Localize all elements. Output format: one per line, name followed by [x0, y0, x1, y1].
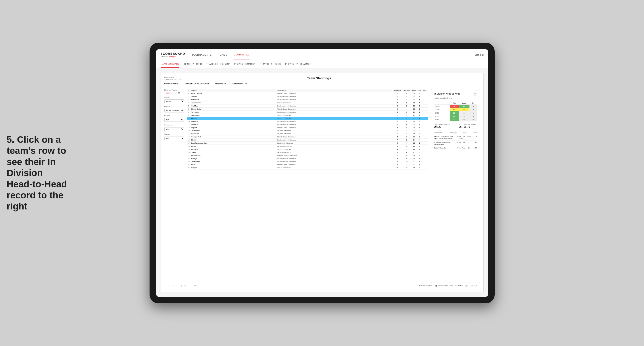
h2h-tie: 0 — [470, 105, 477, 108]
opponents-stat: Opponents in division: 99.1% — [434, 124, 450, 128]
save-icon: 💾 — [435, 285, 437, 287]
tournament-score: 17 — [472, 147, 477, 149]
school-cell: Arizona State — [190, 101, 276, 105]
table-row[interactable]: 7 Tennessee Southeastern Conference 4 6 … — [187, 111, 428, 114]
conf-rank-cell: 8 — [402, 126, 411, 129]
table-row[interactable]: 16 Florida Southeastern Conference 7 9 2… — [187, 139, 428, 142]
save-custom-btn[interactable]: 💾 Save Custom View — [435, 285, 452, 287]
redo-btn[interactable]: ↪ — [176, 284, 180, 287]
school-cell: East Tennessee State — [190, 142, 276, 145]
rank-cell: 12 — [187, 126, 190, 129]
table-row[interactable]: 8 Washington Pac-12 Conference 2 8 23 1 — [187, 114, 428, 117]
reg-rank-cell: 1 — [393, 132, 402, 136]
conf-cell: Southeastern Conference — [276, 105, 393, 108]
table-row[interactable]: 22 Georgia Southeastern Conference 8 7 2… — [187, 157, 428, 160]
sub-nav-team-h2h-heatmap[interactable]: TEAM H2H HEATMAP — [206, 61, 230, 68]
card-title: Team Standings — [180, 76, 458, 80]
watch-btn[interactable]: 👁 Watch — [455, 285, 462, 287]
tour-cell: 3 — [417, 120, 422, 123]
conference-select[interactable]: (All) — [164, 127, 184, 131]
table-row[interactable]: 20 Texas Big 12 Conference 3 7 20 0 — [187, 151, 428, 154]
h2h-row: 26-50 25 2 1 — [434, 111, 477, 115]
table-row[interactable]: 15 Georgia Tech Atlantic Coast Conferenc… — [187, 136, 428, 139]
region-select[interactable]: N/A — [164, 118, 184, 122]
win-cell — [422, 114, 428, 117]
school-cell: Illinois — [190, 145, 276, 148]
table-row[interactable]: 19 California Pac-12 Conference 4 8 24 2 — [187, 148, 428, 151]
table-row[interactable]: 9 Arizona Pac-12 Conference 5 8 30 1 — [187, 117, 428, 120]
sub-nav-player-summary[interactable]: PLAYER SUMMARY — [234, 61, 256, 68]
tour-cell: 1 — [417, 108, 422, 111]
conf-rank-cell: 9 — [402, 139, 411, 142]
sign-out-btn[interactable]: Sign out — [474, 53, 484, 56]
conf-rank-cell: 6 — [402, 101, 411, 105]
rank-cell: 8 — [187, 114, 190, 117]
watch-icon: 👁 — [455, 285, 457, 287]
min-rounds-filter: Minimum Rou... 4 20 — [164, 89, 184, 94]
tournament-score: -17 — [472, 141, 477, 143]
rank-cell: 21 — [187, 154, 190, 157]
gender-select[interactable]: Men's Women's — [164, 99, 184, 103]
tour-cell: 1 — [417, 142, 422, 145]
rnds-cell: 20 — [411, 160, 417, 163]
fit-btn[interactable]: ⊡ — [184, 284, 187, 287]
table-row[interactable]: 2 Auburn Southeastern Conference 1 9 27 … — [187, 95, 428, 98]
h2h-stats: Opponents in division: 99.1% W-L-T recor… — [434, 124, 477, 130]
undo-btn[interactable]: ↩ — [167, 284, 170, 287]
annotation-text: 5. Click on a team's row to see their In… — [7, 134, 68, 212]
nav-tournaments[interactable]: TOURNAMENTS — [192, 50, 212, 59]
table-row[interactable]: 14 Oklahoma Big 12 Conference 1 9 26 2 — [187, 132, 428, 136]
table-row[interactable]: 6 Florida State Atlantic Coast Conferenc… — [187, 108, 428, 111]
sub-nav: TEAM SUMMARY TEAM H2H GRID TEAM H2H HEAT… — [156, 60, 488, 68]
reg-rank-cell: 5 — [393, 166, 402, 170]
table-row[interactable]: 24 Duke Atlantic Coast Conference 5 9 27… — [187, 163, 428, 166]
table-row[interactable]: 21 New Mexico Mountain West Conference 1… — [187, 154, 428, 157]
comment-btn[interactable]: 💬 — [465, 285, 468, 287]
table-row[interactable]: 25 Oregon Pac-12 Conference 5 7 21 0 — [187, 166, 428, 170]
table-row[interactable]: 23 Texas A&M Southeastern Conference 9 1… — [187, 160, 428, 163]
rnds-cell: 27 — [411, 95, 417, 98]
reg-rank-cell: 7 — [393, 139, 402, 142]
school-cell: Texas Tech — [190, 129, 276, 132]
h2h-win: 20 — [450, 115, 458, 118]
sub-nav-team-h2h-grid[interactable]: TEAM H2H GRID — [184, 61, 202, 68]
view-original-btn[interactable]: 👁 View: Original — [419, 285, 432, 287]
tournament-type: Match PlayLoss — [456, 135, 466, 139]
add-btn[interactable]: + — [189, 284, 192, 287]
h2h-team: University of Arizona — [434, 97, 477, 99]
school-cell: Florida — [190, 139, 276, 142]
table-row[interactable]: 1 North Carolina Atlantic Coast Conferen… — [187, 92, 428, 95]
content-layout: Minimum Rou... 4 20 Gender — [164, 89, 480, 283]
table-row[interactable]: 17 East Tennessee State Southern Confere… — [187, 142, 428, 145]
sub-nav-player-h2h-grid[interactable]: PLAYER H2H GRID — [260, 61, 281, 68]
sub-nav-player-h2h-heatmap[interactable]: PLAYER H2H HEATMAP — [285, 61, 311, 68]
table-row[interactable]: 11 Arkansas Southeastern Conference 6 8 … — [187, 123, 428, 126]
tour-cell: 3 — [417, 145, 422, 148]
tour-cell: 1 — [417, 117, 422, 120]
tour-cell: 1 — [417, 101, 422, 105]
sub-nav-team-summary[interactable]: TEAM SUMMARY — [160, 61, 180, 68]
table-row[interactable]: 4 Arizona State Pac-12 Conference 4 6 26… — [187, 101, 428, 105]
tournament-pos: 1 — [466, 141, 472, 143]
table-row[interactable]: 3 Vanderbilt Southeastern Conference 2 8… — [187, 98, 428, 101]
rnds-cell: 30 — [411, 142, 417, 145]
division-filter-group: Division NCAA Division I — [164, 105, 184, 112]
table-row[interactable]: 5 Ole Miss Southeastern Conference 3 6 1… — [187, 105, 428, 108]
table-row[interactable]: 13 Texas Tech Big 12 Conference 1 9 27 2 — [187, 129, 428, 132]
table-row[interactable]: 10 Alabama Southeastern Conference 5 8 2… — [187, 120, 428, 123]
table-row[interactable]: 12 Virginia Atlantic Coast Conference 3 … — [187, 126, 428, 129]
share-btn[interactable]: ↗ Share — [470, 285, 477, 287]
nav-committee[interactable]: COMMITTEE — [234, 50, 250, 59]
school-select[interactable]: (All) — [164, 137, 184, 140]
win-cell — [422, 92, 428, 95]
nav-teams[interactable]: TEAMS — [218, 50, 227, 59]
table-row[interactable]: 18 Illinois Big Ten Conference 1 9 23 3 — [187, 145, 428, 148]
h2h-close-btn[interactable]: ✕ — [473, 92, 477, 96]
conf-cell: Pac-12 Conference — [276, 117, 393, 120]
conf-cell: Pac-12 Conference — [276, 166, 393, 170]
rnds-cell: 24 — [411, 139, 417, 142]
step-back-btn[interactable]: ‹ — [172, 284, 174, 287]
division-select[interactable]: NCAA Division I — [164, 109, 184, 112]
win-cell — [422, 139, 428, 142]
conf-rank-cell: 7 — [402, 151, 411, 154]
